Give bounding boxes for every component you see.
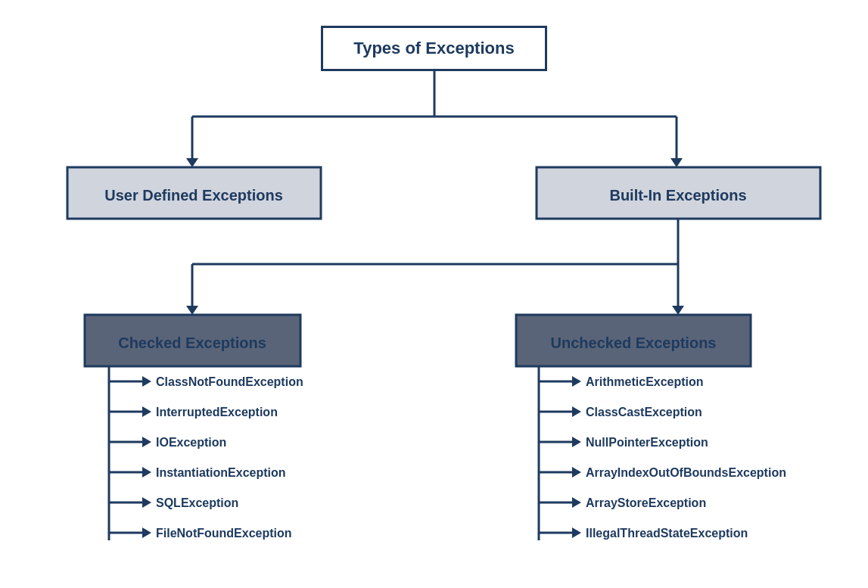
- svg-marker-41: [572, 527, 581, 538]
- unchecked-item-5: ArrayStoreException: [586, 496, 706, 509]
- checked-item-5: SQLException: [156, 496, 238, 509]
- unchecked-item-3: NullPointerException: [586, 436, 708, 449]
- unchecked-item-4: ArrayIndexOutOfBoundsException: [586, 466, 786, 479]
- unchecked-label: Unchecked Exceptions: [550, 334, 716, 351]
- root-box: Types of Exceptions: [321, 26, 546, 71]
- svg-marker-26: [142, 497, 151, 508]
- checked-item-6: FileNotFoundException: [156, 527, 292, 540]
- svg-marker-24: [142, 467, 151, 478]
- checked-label: Checked Exceptions: [118, 334, 266, 351]
- svg-marker-28: [142, 527, 151, 538]
- unchecked-item-6: IllegalThreadStateException: [586, 527, 748, 540]
- checked-item-2: InterruptedException: [156, 406, 278, 418]
- checked-item-1: ClassNotFoundException: [156, 375, 303, 388]
- svg-marker-39: [572, 497, 581, 508]
- checked-item-3: IOException: [156, 436, 226, 449]
- diagram-container: Types of Exceptions User Defined Excepti…: [0, 11, 868, 578]
- svg-marker-20: [142, 406, 151, 417]
- builtin-label: Built-In Exceptions: [609, 187, 746, 204]
- svg-marker-31: [572, 376, 581, 387]
- svg-marker-13: [672, 306, 684, 315]
- checked-item-4: InstantiationException: [156, 466, 286, 479]
- tree-svg: User Defined Exceptions Built-In Excepti…: [33, 71, 835, 563]
- svg-marker-37: [572, 467, 581, 478]
- root-label: Types of Exceptions: [353, 39, 514, 58]
- svg-marker-3: [186, 158, 198, 167]
- user-defined-label: User Defined Exceptions: [104, 187, 283, 204]
- svg-marker-33: [572, 406, 581, 417]
- svg-marker-5: [670, 158, 683, 167]
- svg-marker-18: [142, 376, 151, 387]
- svg-marker-11: [186, 306, 198, 315]
- unchecked-item-1: ArithmeticException: [586, 375, 704, 388]
- unchecked-item-2: ClassCastException: [586, 406, 702, 418]
- svg-marker-35: [572, 437, 581, 447]
- svg-marker-22: [142, 437, 151, 447]
